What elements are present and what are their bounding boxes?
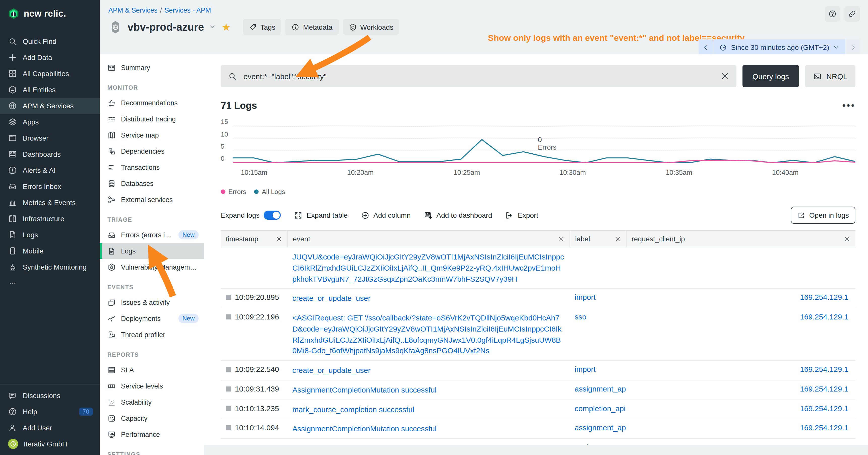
subnav-item-distributed-tracing[interactable]: Distributed tracing [100,111,204,127]
time-forward-button[interactable] [846,39,860,56]
sidebar-item-discussions[interactable]: Discussions [0,388,100,403]
subnav-item-deployments[interactable]: Deployments New [100,311,204,326]
column-header-timestamp[interactable]: timestamp [221,231,287,247]
ip-link[interactable]: 169.254.129.1 [800,404,848,413]
favorite-star-icon[interactable]: ★ [221,22,230,32]
workloads-button[interactable]: Workloads [342,19,400,35]
panel-menu-icon[interactable]: ••• [842,104,856,108]
subnav-item-logs[interactable]: Logs [100,243,204,259]
sidebar-item-add-user[interactable]: Add User [0,420,100,436]
table-row[interactable]: JUQVU&code=eyJraWQiOiJjcGItY29yZV8wOTI1M… [221,248,856,289]
table-row[interactable]: 10:09:22.540 create_or_update_user impor… [221,361,856,381]
permalink-button[interactable] [844,6,860,22]
ip-link[interactable]: 169.254.129.1 [800,385,848,393]
row-marker-icon[interactable] [226,315,231,320]
subnav-item-service-map[interactable]: Service map [100,127,204,143]
remove-column-icon[interactable] [844,235,850,242]
table-row[interactable]: 10:09:31.439 AssignmentCompletionMutatio… [221,381,856,400]
event-link[interactable]: mark_course_completion successful [292,405,414,414]
time-range-button[interactable]: Since 30 minutes ago (GMT+2) [713,39,845,56]
log-query-box[interactable] [221,65,737,87]
title-chevron-down-icon[interactable] [209,24,216,30]
legend-item-errors[interactable]: Errors [221,188,246,195]
add-to-dashboard-button[interactable]: Add to dashboard [424,211,492,220]
sidebar-item-add-data[interactable]: Add Data [0,50,100,65]
subnav-item-thread-profiler[interactable]: Thread profiler [100,326,204,343]
column-header-request-client-ip[interactable]: request_client_ip [626,231,856,247]
table-row[interactable]: 10:10:14.094 AssignmentCompletionMutatio… [221,420,856,439]
remove-column-icon[interactable] [615,235,621,242]
tags-button[interactable]: Tags [243,19,281,35]
table-row[interactable]: 10:09:20.895 create_or_update_user impor… [221,289,856,308]
metadata-button[interactable]: Metadata [285,19,339,35]
time-back-button[interactable] [699,39,713,56]
expand-logs-toggle[interactable]: Expand logs [221,210,281,220]
sidebar-item-quick-find[interactable]: Quick Find [0,33,100,50]
table-row[interactable]: 10:10:13.235 mark_course_completion succ… [221,400,856,420]
toggle-on-icon[interactable] [264,210,281,220]
column-header-event[interactable]: event [287,231,569,247]
ip-link[interactable]: 169.254.129.1 [800,293,848,301]
sidebar-item-infrastructure[interactable]: Infrastructure [0,210,100,227]
open-in-logs-button[interactable]: Open in logs [791,206,856,224]
chart-plot-area[interactable]: 0 Errors [233,123,856,163]
subnav-item-dependencies[interactable]: Dependencies [100,143,204,159]
event-link[interactable]: create_or_update_user [292,294,371,302]
add-column-button[interactable]: Add column [361,211,411,220]
expand-table-button[interactable]: Expand table [294,211,347,220]
subnav-item-transactions[interactable]: Transactions [100,159,204,175]
subnav-item-sla[interactable]: SLA [100,362,204,378]
subnav-item-capacity[interactable]: Capacity [100,410,204,426]
event-link[interactable]: create_or_update_user [292,366,371,375]
event-link[interactable]: JUQVU&code=eyJraWQiOiJjcGItY29yZV8wOTI1M… [292,253,564,283]
help-button[interactable] [825,6,840,22]
sidebar-item-metrics-events[interactable]: Metrics & Events [0,195,100,210]
new-relic-logo[interactable]: new relic. [0,0,100,20]
label-link[interactable]: sso [575,313,587,321]
sidebar-item-alerts-ai[interactable]: Alerts & AI [0,162,100,178]
sidebar-item-all-entities[interactable]: All Entities [0,82,100,98]
ip-link[interactable]: 169.254.129.1 [800,423,848,432]
legend-item-all-logs[interactable]: All Logs [254,188,285,195]
subnav-item-summary[interactable]: Summary [100,60,204,75]
label-link[interactable]: assignment_api [575,385,626,393]
sidebar-item-logs[interactable]: Logs [0,227,100,243]
ip-link[interactable]: 169.254.129.1 [800,365,848,373]
row-marker-icon[interactable] [226,425,231,430]
sidebar-item-synthetic-monitoring[interactable]: Synthetic Monitoring [0,259,100,275]
column-header-label[interactable]: label [569,231,626,247]
row-marker-icon[interactable] [226,406,231,411]
subnav-item-vulnerability-management[interactable]: Vulnerability Management [100,259,204,275]
sidebar-item-all-capabilities[interactable]: All Capabilities [0,65,100,82]
remove-column-icon[interactable] [276,235,282,242]
remove-column-icon[interactable] [558,235,564,242]
event-link[interactable]: AssignmentCompletionMutation successful [292,386,436,394]
sidebar-item-item[interactable] [0,275,100,291]
label-link[interactable]: import [575,293,595,301]
sidebar-item-iterativ-gmbh[interactable]: Iterativ GmbH [0,436,100,452]
row-marker-icon[interactable] [226,367,231,372]
label-link[interactable]: import [575,365,595,373]
label-link[interactable]: assignment_api [575,423,626,432]
log-query-input[interactable] [243,71,715,81]
subnav-item-external-services[interactable]: External services [100,192,204,207]
sidebar-item-apm-services[interactable]: APM & Services [0,98,100,114]
event-link[interactable]: <ASGIRequest: GET '/sso/callback/?state=… [292,314,561,355]
query-logs-button[interactable]: Query logs [743,65,799,87]
row-marker-icon[interactable] [226,295,231,300]
subnav-item-performance[interactable]: Performance [100,426,204,443]
breadcrumb-link-apm[interactable]: APM & Services [108,6,157,14]
subnav-item-service-levels[interactable]: Service levels [100,378,204,394]
clear-query-icon[interactable] [720,71,730,80]
subnav-item-errors-errors-inb[interactable]: Errors (errors inb... New [100,227,204,243]
subnav-item-recommendations[interactable]: Recommendations [100,95,204,111]
sidebar-item-help[interactable]: Help70 [0,403,100,420]
sidebar-item-browser[interactable]: Browser [0,130,100,146]
subnav-item-scalability[interactable]: Scalability [100,394,204,410]
sidebar-item-mobile[interactable]: Mobile [0,243,100,259]
label-link[interactable]: completion_api [575,404,625,413]
subnav-item-issues-activity[interactable]: Issues & activity [100,294,204,311]
ip-link[interactable]: 169.254.129.1 [800,313,848,321]
table-row[interactable]: 10:09:22.196 <ASGIRequest: GET '/sso/cal… [221,308,856,361]
export-button[interactable]: Export [505,211,538,220]
